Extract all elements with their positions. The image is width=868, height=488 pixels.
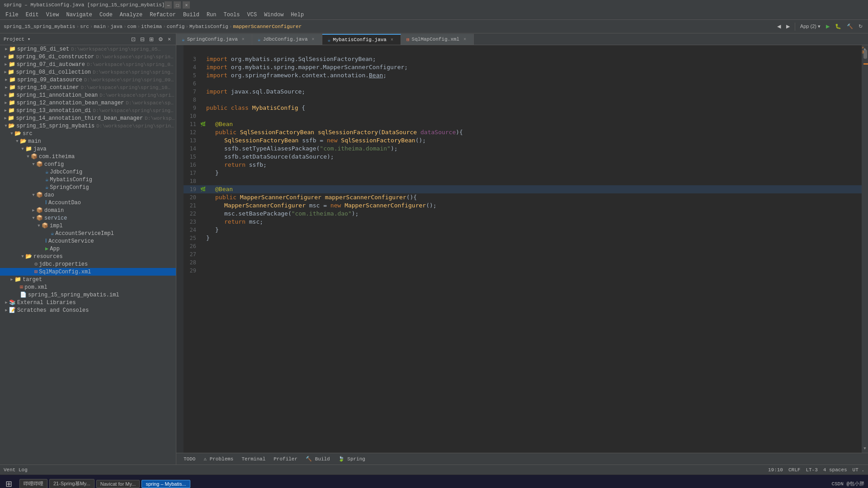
tree-item-spring11[interactable]: ▶ 📁 spring_11_annotation_bean D:\workspa… [0, 91, 176, 99]
close-jdbcconfig-button[interactable]: × [310, 36, 316, 42]
tab-todo[interactable]: TODO [180, 455, 199, 463]
menu-tools[interactable]: Tools [220, 11, 244, 19]
menu-file[interactable]: File [2, 11, 22, 19]
tree-item-springconfig[interactable]: ☕ SpringConfig [0, 183, 176, 191]
close-mybatisconfig-button[interactable]: × [389, 37, 395, 43]
tree-item-dao[interactable]: ▼ 📦 dao [0, 191, 176, 199]
tab-build[interactable]: 🔨 Build [302, 455, 334, 463]
sidebar-close-button[interactable]: × [166, 36, 172, 43]
breadcrumb-config[interactable]: config [167, 24, 185, 29]
expand-arrow-spring15: ▼ [3, 124, 8, 128]
tree-item-app[interactable]: ▶ App [0, 245, 176, 253]
menu-analyze[interactable]: Analyze [116, 11, 146, 19]
tab-terminal[interactable]: Terminal [238, 455, 269, 463]
tree-item-spring10[interactable]: ▶ 📁 spring_10_container D:\workspace\spr… [0, 84, 176, 91]
tab-sqlmapconfig[interactable]: ⊞ SqlMapConfig.xml × [401, 34, 474, 45]
tab-spring[interactable]: 🍃 Spring [335, 455, 369, 463]
code-line-15: 15 ssfb.setDataSource(dataSource); [184, 153, 862, 161]
menu-navigate[interactable]: Navigate [62, 11, 96, 19]
breadcrumb-com[interactable]: com [127, 24, 137, 29]
maximize-button[interactable]: □ [174, 1, 181, 9]
tree-item-com-itheima[interactable]: ▼ 📦 com.itheima [0, 153, 176, 160]
tree-item-service[interactable]: ▼ 📦 service [0, 214, 176, 222]
tree-item-accountservice[interactable]: Ⅰ AccountService [0, 237, 176, 245]
tree-item-sqlmapconfig[interactable]: ⊞ SqlMapConfig.xml [0, 268, 176, 276]
tree-item-resources[interactable]: ▼ 📂 resources [0, 253, 176, 260]
code-editor[interactable]: 3 import org.mybatis.spring.SqlSessionFa… [184, 45, 862, 453]
tree-item-spring14[interactable]: ▶ 📁 spring_14_annotation_third_bean_mana… [0, 114, 176, 122]
error-marker [863, 63, 868, 65]
menu-build[interactable]: Build [179, 11, 203, 19]
windows-start-button[interactable]: ⊞ [4, 477, 14, 488]
tree-item-jdbcconfig[interactable]: ☕ JdbcConfig [0, 168, 176, 176]
sidebar-expand-button[interactable]: ⊞ [148, 36, 155, 43]
sidebar-refresh-button[interactable]: ⊡ [130, 36, 137, 43]
breadcrumb-src[interactable]: src [80, 24, 89, 29]
minimize-button[interactable]: – [165, 1, 172, 9]
tree-item-pomxml[interactable]: ⊞ pom.xml [0, 283, 176, 291]
breadcrumb-itheima[interactable]: itheima [141, 24, 162, 29]
sidebar-settings-button[interactable]: ⚙ [157, 36, 165, 43]
tree-item-spring15[interactable]: ▼ 📂 spring_15_spring_mybatis D:\workspac… [0, 122, 176, 130]
build-button[interactable]: 🔨 [845, 21, 855, 32]
debug-button[interactable]: 🐛 [833, 21, 843, 32]
menu-edit[interactable]: Edit [22, 11, 42, 19]
run-config-button[interactable]: App (2) ▾ [798, 21, 822, 32]
scrollbar-track[interactable]: ▲ ▼ ✕ 3 [862, 45, 868, 453]
tree-item-spring05[interactable]: ▶ 📁 spring_05_di_set D:\workspace\spring… [0, 45, 176, 53]
menu-vcs[interactable]: VCS [244, 11, 261, 19]
scroll-down-button[interactable]: ▼ [862, 447, 868, 450]
menu-help[interactable]: Help [287, 11, 307, 19]
navigate-back-button[interactable]: ◀ [775, 21, 783, 32]
menu-code[interactable]: Code [96, 11, 116, 19]
tree-item-spring08[interactable]: ▶ 📁 spring_08_di_collection D:\workspace… [0, 68, 176, 76]
tree-item-external-libraries[interactable]: ▶ 📚 External Libraries [0, 299, 176, 306]
breadcrumb-method[interactable]: mapperScannerConfigurer [233, 24, 302, 29]
menu-run[interactable]: Run [203, 11, 220, 19]
menu-refactor[interactable]: Refactor [146, 11, 179, 19]
taskbar-app-navicat[interactable]: Navicat for My... [96, 480, 140, 488]
run-button[interactable]: ▶ [824, 21, 831, 32]
tree-item-jdbc-properties[interactable]: ⚙ jdbc.properties [0, 260, 176, 268]
tree-item-spring06[interactable]: ▶ 📁 spring_06_di_constructor D:\workspac… [0, 53, 176, 61]
navigate-forward-button[interactable]: ▶ [784, 21, 792, 32]
tab-springconfig[interactable]: ☕ SpringConfig.java × [176, 34, 252, 45]
breadcrumb-project[interactable]: spring_15_spring_mybatis [4, 24, 75, 29]
close-springconfig-button[interactable]: × [240, 36, 246, 42]
breadcrumb-class[interactable]: MybatisConfig [189, 24, 228, 29]
tree-item-spring09[interactable]: ▶ 📁 spring_09_datasource D:\workspace\sp… [0, 76, 176, 84]
tree-item-src[interactable]: ▼ 📂 src [0, 130, 176, 137]
tree-item-main[interactable]: ▼ 📂 main [0, 137, 176, 145]
tree-item-spring13[interactable]: ▶ 📁 spring_13_annotation_di D:\workspace… [0, 107, 176, 114]
tree-item-config[interactable]: ▼ 📦 config [0, 160, 176, 168]
breadcrumb-java[interactable]: java [110, 24, 122, 29]
tree-item-spring12[interactable]: ▶ 📁 spring_12_annotation_bean_manager D:… [0, 99, 176, 107]
tree-item-accountdao[interactable]: Ⅰ AccountDao [0, 199, 176, 206]
editor-content[interactable]: 3 import org.mybatis.spring.SqlSessionFa… [176, 45, 868, 453]
menu-view[interactable]: View [42, 11, 63, 19]
tab-mybatisconfig[interactable]: ☕ MybatisConfig.java × [322, 34, 401, 45]
taskbar-app-idea[interactable]: spring – Mybatis... [142, 480, 190, 488]
tree-item-spring07[interactable]: ▶ 📁 spring_07_di_autoware D:\workspace\s… [0, 61, 176, 68]
tab-problems[interactable]: ⚠ Problems [200, 455, 237, 463]
sync-button[interactable]: ↻ [857, 21, 864, 32]
tree-item-target[interactable]: ▶ 📁 target [0, 276, 176, 283]
tree-item-domain[interactable]: ▶ 📦 domain [0, 206, 176, 214]
tree-item-impl[interactable]: ▼ 📦 impl [0, 222, 176, 230]
sidebar-collapse-button[interactable]: ⊟ [139, 36, 146, 43]
menu-window[interactable]: Window [260, 11, 287, 19]
tree-item-scratches[interactable]: ▶ 📝 Scratches and Consoles [0, 306, 176, 314]
taskbar-app-bilibili[interactable]: 哔哩哔哩 [19, 479, 47, 488]
tab-jdbcconfig[interactable]: ☕ JdbcConfig.java × [252, 34, 322, 45]
tree-item-accountserviceimpl[interactable]: ☕ AccountServiceImpl [0, 230, 176, 237]
close-button[interactable]: × [183, 1, 190, 9]
breadcrumb-main[interactable]: main [94, 24, 105, 29]
tree-item-iml[interactable]: 📄 spring_15_spring_mybatis.iml [0, 291, 176, 299]
close-sqlmapconfig-button[interactable]: × [462, 36, 468, 42]
taskbar-app-21spring[interactable]: 21-Spring慕My... [49, 479, 94, 488]
expand-arrow-spring14: ▶ [3, 116, 8, 121]
tab-profiler[interactable]: Profiler [270, 455, 301, 463]
tree-item-java[interactable]: ▼ 📁 java [0, 145, 176, 153]
expand-arrow-spring08: ▶ [3, 70, 8, 75]
tree-item-mybatisconfig[interactable]: ☕ MybatisConfig [0, 176, 176, 183]
